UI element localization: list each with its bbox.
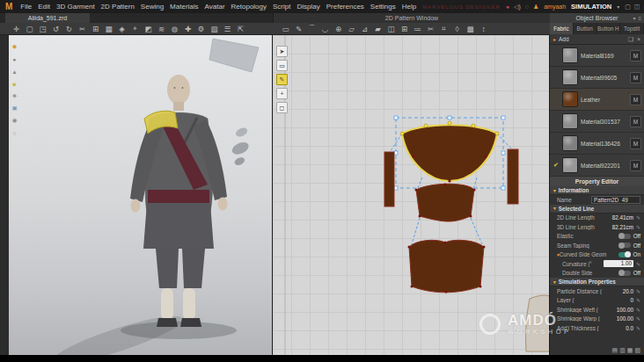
sphere-icon[interactable]: ◍ — [169, 24, 180, 34]
user-icon[interactable]: ♟ — [533, 4, 538, 11]
pattern-strip-right[interactable] — [508, 149, 518, 204]
pattern-box-icon[interactable]: ▭ — [276, 60, 288, 71]
toggle-switch[interactable] — [618, 234, 631, 239]
transform-pattern-icon[interactable]: ▭ — [280, 24, 291, 34]
view-toggle-2-icon[interactable]: ▥ — [619, 347, 626, 354]
view-toggle-4-icon[interactable]: ▧ — [634, 347, 640, 354]
garment-left-leg[interactable] — [156, 249, 179, 288]
floating-glove-pieces[interactable] — [223, 127, 260, 167]
menu-file[interactable]: File — [20, 3, 32, 11]
layout-3d-icon[interactable]: ▢ — [625, 4, 631, 11]
curve-icon[interactable]: ⌒ — [306, 24, 318, 34]
menu-avatar[interactable]: Avatar — [205, 3, 225, 11]
target-icon[interactable]: ⌖ — [129, 24, 141, 34]
layout-split-icon[interactable]: ◫ — [634, 4, 640, 11]
menu-icon[interactable]: ≡ — [638, 16, 641, 21]
edit-icon[interactable]: ✎ — [636, 315, 640, 322]
name-field[interactable]: Pattern2D_49 — [591, 196, 640, 204]
tab-button-h[interactable]: Button H — [597, 23, 621, 34]
material-row[interactable]: Material8169M — [550, 45, 644, 67]
menu-settings[interactable]: Settings — [370, 3, 396, 11]
section-header[interactable]: ▾Selected Line — [550, 205, 644, 214]
menu-3d-garment[interactable]: 3D Garment — [56, 3, 95, 11]
document-tab[interactable]: Aliida_591.zrd — [5, 13, 90, 23]
diamond-icon[interactable]: ◊ — [451, 24, 463, 34]
material-badge[interactable]: M — [630, 160, 641, 171]
material-row[interactable]: LeatherM — [550, 89, 644, 111]
material-badge[interactable]: M — [630, 116, 641, 127]
notification-icon[interactable]: ◌ — [525, 4, 529, 10]
material-badge[interactable]: M — [630, 138, 641, 149]
tab-button[interactable]: Button — [574, 23, 597, 34]
seam-icon[interactable]: ↕ — [478, 24, 489, 34]
chevron-down-icon[interactable]: ▾ — [617, 4, 619, 10]
chevron-down-icon[interactable]: ▾ — [633, 15, 635, 21]
toggle-switch[interactable] — [618, 271, 631, 276]
viewport-3d[interactable]: ◆●▲■◈▣◉○ — [9, 35, 273, 355]
add-point-side-icon[interactable]: + — [276, 88, 288, 99]
show-garment-icon[interactable]: ◆ — [10, 42, 19, 51]
box-select-icon[interactable]: ▢ — [24, 24, 35, 34]
material-row[interactable]: ✔Material922201M — [550, 155, 644, 177]
section-header[interactable]: ▾Information — [550, 186, 644, 195]
garment-3d[interactable] — [130, 111, 228, 288]
add-button[interactable]: Add — [559, 36, 569, 42]
gizmo-icon[interactable]: ◳ — [37, 24, 48, 34]
add-point-icon[interactable]: ⊕ — [333, 24, 344, 34]
edit-icon[interactable]: ✎ — [636, 307, 640, 313]
pattern-yoke-selected[interactable] — [400, 121, 499, 183]
pattern-bottom-piece[interactable] — [408, 240, 486, 293]
texture-icon[interactable]: ▧ — [209, 24, 220, 34]
material-badge[interactable]: M — [630, 50, 641, 62]
toggle-switch[interactable] — [618, 243, 631, 248]
view-toggle-1-icon[interactable]: ▤ — [612, 347, 618, 354]
show-pins-icon[interactable]: ■ — [10, 79, 19, 88]
polygon-icon[interactable]: ▱ — [346, 24, 357, 34]
edit-icon[interactable]: ✎ — [636, 214, 640, 221]
menu-display[interactable]: Display — [296, 3, 319, 11]
material-badge[interactable]: M — [630, 72, 641, 83]
measure-icon[interactable]: ≔ — [412, 24, 423, 34]
pattern-strip-left[interactable] — [384, 152, 394, 206]
simulation-mode-button[interactable]: SIMULATION — [571, 3, 611, 11]
cursor-icon[interactable]: ➤ — [276, 46, 288, 57]
menu-edit[interactable]: Edit — [38, 3, 50, 11]
garment-skirt[interactable] — [143, 203, 214, 249]
edit-icon[interactable]: ✎ — [636, 297, 640, 303]
view-toggle-3-icon[interactable]: ▦ — [627, 347, 633, 354]
menu-sewing[interactable]: Sewing — [141, 3, 164, 11]
pin-icon[interactable]: ◈ — [116, 24, 128, 34]
user-name[interactable]: amyaah — [544, 4, 566, 10]
add-pattern-icon[interactable]: ⊞ — [90, 24, 101, 34]
material-row[interactable]: Material136426M — [550, 133, 644, 155]
sewing-icon[interactable]: ≋ — [156, 24, 167, 34]
copy-material-icon[interactable]: ❏ — [628, 36, 633, 43]
undo-icon[interactable]: ↺ — [50, 24, 62, 34]
show-seams-icon[interactable]: ◈ — [10, 91, 19, 100]
garment-waistband[interactable] — [148, 190, 209, 203]
tab-fabric[interactable]: Fabric — [550, 23, 574, 34]
menu-help[interactable]: Help — [402, 3, 416, 11]
value-input[interactable]: 1.00 — [604, 260, 633, 267]
garment-right-leg[interactable] — [182, 249, 205, 288]
grid-icon[interactable]: ▦ — [103, 24, 114, 34]
material-row[interactable]: Material99605M — [550, 67, 644, 89]
edit-icon[interactable]: ✎ — [636, 261, 640, 267]
delete-material-icon[interactable]: × — [637, 36, 640, 43]
menu-script[interactable]: Script — [273, 3, 290, 11]
mirror-icon[interactable]: ◫ — [385, 24, 397, 34]
edit-curve-icon[interactable]: ✎ — [276, 74, 288, 85]
list-icon[interactable]: ☰ — [222, 24, 233, 34]
pattern-outline-icon[interactable]: ◻ — [276, 102, 288, 113]
show-pressure-icon[interactable]: ▣ — [10, 104, 19, 112]
edit-icon[interactable]: ✎ — [636, 288, 640, 294]
arc-icon[interactable]: ◡ — [319, 24, 331, 34]
toggle-switch[interactable] — [618, 252, 631, 257]
settings-icon[interactable]: ⚙ — [195, 24, 207, 34]
menu-preferences[interactable]: Preferences — [326, 3, 364, 11]
show-fit-icon[interactable]: ○ — [10, 128, 19, 137]
edit-icon[interactable]: ✎ — [636, 325, 640, 331]
show-avatar-icon[interactable]: ● — [10, 54, 19, 63]
material-row[interactable]: Material301537M — [550, 111, 644, 133]
floating-pattern-plane[interactable] — [209, 39, 259, 72]
